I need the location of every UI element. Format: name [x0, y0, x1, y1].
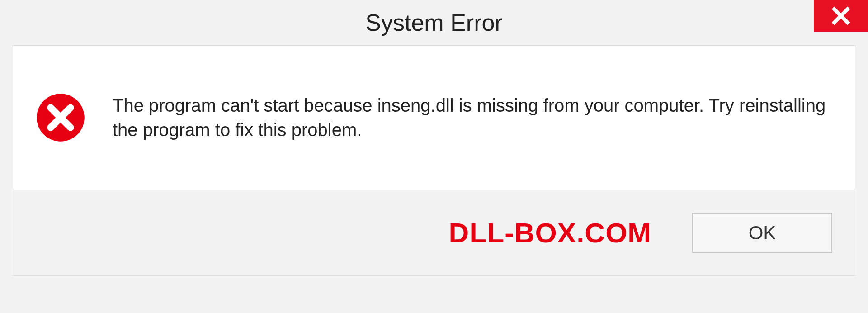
dialog-content: The program can't start because inseng.d… — [13, 45, 855, 190]
error-icon — [36, 93, 85, 142]
close-button[interactable] — [814, 0, 868, 32]
watermark-text: DLL-BOX.COM — [449, 217, 651, 249]
title-bar: System Error — [0, 0, 868, 45]
dialog-footer: DLL-BOX.COM OK — [13, 190, 855, 276]
error-message: The program can't start because inseng.d… — [113, 93, 841, 142]
close-icon — [831, 6, 851, 26]
dialog-title: System Error — [365, 9, 502, 36]
ok-button[interactable]: OK — [692, 213, 832, 253]
